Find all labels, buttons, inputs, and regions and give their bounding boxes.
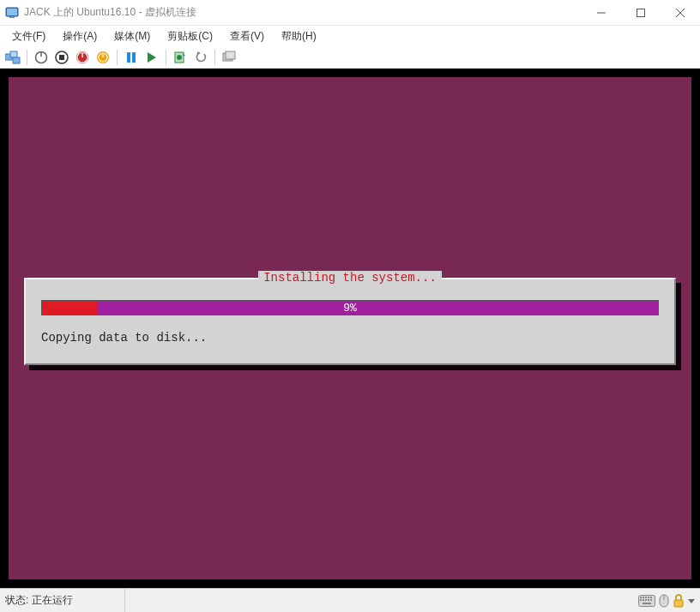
minimize-button[interactable] bbox=[582, 0, 621, 26]
ctrl-alt-del-button[interactable] bbox=[3, 48, 22, 67]
toolbar bbox=[0, 46, 700, 69]
svg-rect-27 bbox=[226, 51, 235, 59]
ubuntu-screen: Installing the system... 9% Copying data… bbox=[9, 77, 691, 579]
menu-help[interactable]: 帮助(H) bbox=[275, 27, 323, 45]
svg-rect-30 bbox=[643, 597, 644, 598]
status-value: 正在运行 bbox=[32, 593, 73, 608]
separator bbox=[27, 50, 27, 65]
window-title: JACK 上的 Ubuntu16.10 - 虚拟机连接 bbox=[24, 5, 582, 20]
menu-view[interactable]: 查看(V) bbox=[223, 27, 271, 45]
svg-rect-29 bbox=[640, 597, 642, 598]
titlebar: JACK 上的 Ubuntu16.10 - 虚拟机连接 bbox=[0, 0, 700, 26]
svg-point-24 bbox=[177, 55, 182, 60]
svg-rect-1 bbox=[7, 9, 17, 15]
progress-bar: 9% bbox=[41, 300, 659, 315]
svg-marker-43 bbox=[688, 599, 695, 603]
installer-dialog: Installing the system... 9% Copying data… bbox=[24, 278, 676, 365]
statusbar-separator bbox=[124, 589, 125, 612]
maximize-button[interactable] bbox=[621, 0, 661, 26]
status-left: 状态: 正在运行 bbox=[5, 593, 73, 608]
pause-button[interactable] bbox=[122, 48, 141, 67]
svg-rect-13 bbox=[59, 55, 64, 60]
keyboard-icon bbox=[638, 595, 655, 607]
svg-rect-21 bbox=[132, 52, 136, 63]
svg-rect-8 bbox=[10, 51, 17, 57]
svg-rect-31 bbox=[645, 597, 647, 598]
revert-button[interactable] bbox=[191, 48, 210, 67]
guest-display-area[interactable]: Installing the system... 9% Copying data… bbox=[0, 69, 700, 588]
save-button[interactable] bbox=[94, 48, 112, 67]
installer-status: Copying data to disk... bbox=[41, 331, 659, 345]
menu-media[interactable]: 媒体(M) bbox=[107, 27, 157, 45]
svg-rect-33 bbox=[650, 597, 652, 598]
turnoff-button[interactable] bbox=[52, 48, 71, 67]
svg-rect-2 bbox=[9, 16, 15, 18]
menu-action[interactable]: 操作(A) bbox=[56, 27, 104, 45]
close-button[interactable] bbox=[661, 0, 700, 26]
progress-text: 9% bbox=[42, 302, 658, 315]
svg-rect-38 bbox=[650, 599, 652, 601]
menu-clipboard[interactable]: 剪贴板(C) bbox=[160, 27, 220, 45]
installer-title-bar: Installing the system... bbox=[26, 271, 674, 285]
lock-icon bbox=[673, 594, 685, 608]
installer-title: Installing the system... bbox=[258, 271, 442, 285]
svg-rect-34 bbox=[640, 599, 642, 601]
statusbar: 状态: 正在运行 bbox=[0, 588, 700, 612]
app-icon bbox=[5, 6, 19, 20]
svg-rect-20 bbox=[127, 52, 130, 63]
svg-rect-9 bbox=[13, 57, 20, 63]
checkpoint-button[interactable] bbox=[171, 48, 190, 67]
svg-rect-39 bbox=[643, 603, 651, 604]
status-label: 状态: bbox=[5, 593, 28, 608]
menubar: 文件(F) 操作(A) 媒体(M) 剪贴板(C) 查看(V) 帮助(H) bbox=[0, 26, 700, 46]
separator bbox=[214, 50, 215, 65]
shutdown-button[interactable] bbox=[73, 48, 92, 67]
separator bbox=[166, 50, 166, 65]
status-icons bbox=[638, 594, 695, 608]
svg-marker-22 bbox=[148, 52, 156, 63]
chevron-down-icon[interactable] bbox=[688, 597, 695, 604]
enhanced-session-button[interactable] bbox=[220, 48, 238, 67]
start-button[interactable] bbox=[32, 48, 51, 67]
window-controls bbox=[582, 0, 700, 26]
separator bbox=[117, 50, 118, 65]
svg-rect-35 bbox=[643, 599, 644, 601]
svg-rect-4 bbox=[637, 9, 645, 16]
svg-rect-32 bbox=[648, 597, 649, 598]
svg-rect-37 bbox=[648, 599, 649, 601]
menu-file[interactable]: 文件(F) bbox=[5, 27, 52, 45]
svg-rect-42 bbox=[674, 600, 683, 607]
svg-marker-25 bbox=[197, 51, 201, 55]
mouse-icon bbox=[659, 594, 669, 608]
vm-connection-window: JACK 上的 Ubuntu16.10 - 虚拟机连接 文件(F) 操作(A) … bbox=[0, 0, 700, 612]
reset-button[interactable] bbox=[142, 48, 161, 67]
svg-rect-36 bbox=[645, 599, 647, 601]
